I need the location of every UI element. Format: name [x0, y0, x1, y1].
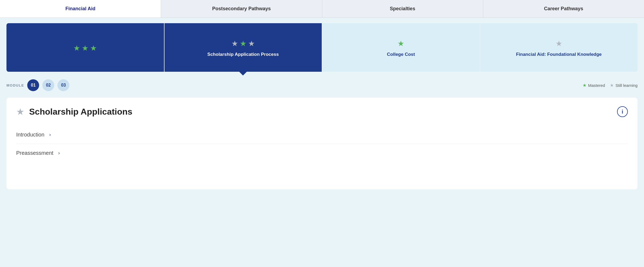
- star-1: ★: [73, 44, 80, 53]
- card-4-title: Financial Aid: Foundational Knowledge: [516, 52, 602, 57]
- module-btn-01[interactable]: 01: [27, 79, 39, 91]
- card-1[interactable]: ★ ★ ★: [6, 23, 164, 72]
- still-learning-star-icon: ★: [610, 83, 614, 88]
- section-title: Scholarship Applications: [29, 107, 132, 117]
- chevron-right-icon-2: ›: [58, 150, 60, 156]
- legend: ★ Mastered ★ Still learning: [583, 83, 638, 88]
- mastered-star-icon: ★: [583, 83, 587, 88]
- star-3: ★: [248, 39, 255, 48]
- star-3: ★: [90, 44, 97, 53]
- card-2[interactable]: ★ ★ ★ Scholarship Application Process: [165, 23, 322, 72]
- still-learning-label: Still learning: [615, 83, 638, 88]
- lesson-item-introduction[interactable]: Introduction ›: [16, 126, 628, 144]
- card-2-title: Scholarship Application Process: [207, 52, 279, 57]
- card-1-stars: ★ ★ ★: [73, 44, 97, 53]
- lesson-preassessment-name: Preassessment: [16, 150, 53, 156]
- card-3-stars: ★: [398, 39, 404, 48]
- content-area: ★ Scholarship Applications i Introductio…: [6, 98, 638, 189]
- tab-financial-aid[interactable]: Financial Aid: [0, 0, 161, 18]
- section-star-icon: ★: [16, 106, 24, 117]
- lesson-list: Introduction › Preassessment ›: [16, 126, 628, 162]
- module-btn-02[interactable]: 02: [42, 79, 54, 91]
- card-2-stars: ★ ★ ★: [231, 39, 255, 48]
- chevron-right-icon: ›: [49, 132, 51, 138]
- card-4[interactable]: ★ Financial Aid: Foundational Knowledge: [480, 23, 638, 72]
- legend-mastered: ★ Mastered: [583, 83, 605, 88]
- star-1: ★: [556, 39, 562, 48]
- info-button[interactable]: i: [617, 106, 628, 117]
- lesson-introduction-name: Introduction: [16, 132, 44, 138]
- section-title-row: ★ Scholarship Applications: [16, 106, 132, 117]
- module-section: MODULE 01 02 03 ★ Mastered ★ Still learn…: [0, 72, 644, 91]
- card-4-stars: ★: [556, 39, 562, 48]
- mastered-label: Mastered: [588, 83, 605, 88]
- star-2: ★: [240, 39, 246, 48]
- tab-specialties[interactable]: Specialties: [322, 0, 483, 18]
- tab-career-pathways[interactable]: Career Pathways: [483, 0, 644, 18]
- section-header: ★ Scholarship Applications i: [16, 106, 628, 117]
- legend-still-learning: ★ Still learning: [610, 83, 638, 88]
- cards-area: ★ ★ ★ ★ ★ ★ Scholarship Application Proc…: [0, 18, 644, 72]
- card-3-title: College Cost: [387, 52, 415, 57]
- tab-postsecondary-pathways[interactable]: Postsecondary Pathways: [161, 0, 322, 18]
- module-label: MODULE: [6, 83, 24, 87]
- star-1: ★: [398, 39, 404, 48]
- info-icon: i: [622, 109, 623, 115]
- module-btn-03[interactable]: 03: [57, 79, 69, 91]
- module-row: MODULE 01 02 03 ★ Mastered ★ Still learn…: [6, 79, 638, 91]
- star-1: ★: [231, 39, 238, 48]
- star-2: ★: [82, 44, 88, 53]
- tab-bar: Financial Aid Postsecondary Pathways Spe…: [0, 0, 644, 18]
- card-3[interactable]: ★ College Cost: [322, 23, 480, 72]
- lesson-item-preassessment[interactable]: Preassessment ›: [16, 144, 628, 162]
